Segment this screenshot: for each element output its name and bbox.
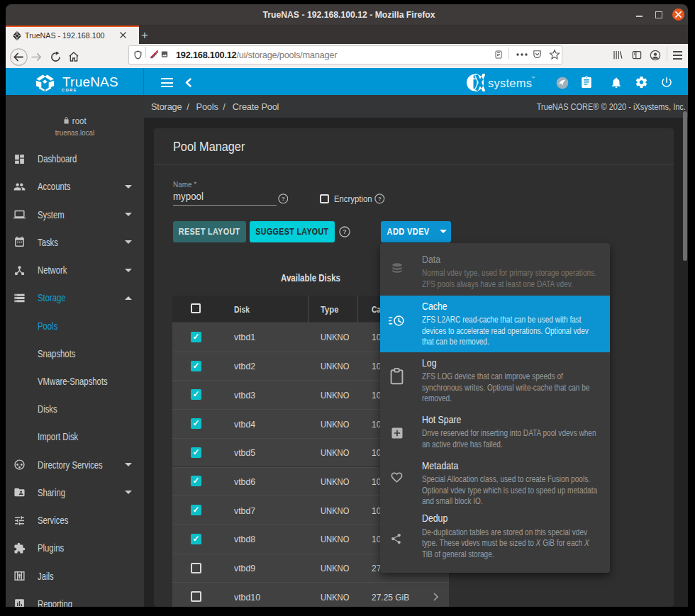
svg-text:?: ?	[343, 228, 346, 235]
svg-text:?: ?	[378, 196, 382, 202]
svg-text:?: ?	[282, 196, 285, 202]
svg-text:systems: systems	[488, 77, 532, 89]
svg-text:™: ™	[531, 76, 535, 80]
